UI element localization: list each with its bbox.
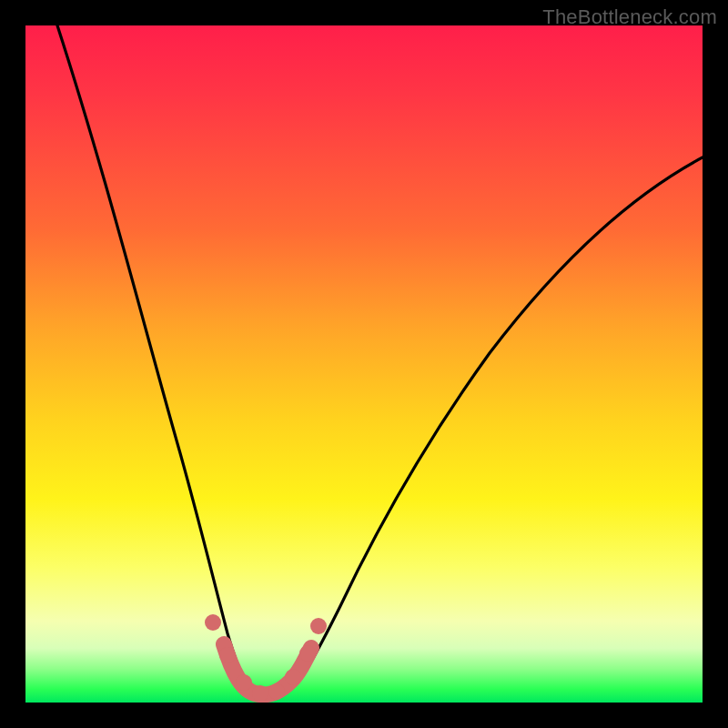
marker-dot xyxy=(285,669,301,685)
curve-path xyxy=(57,25,703,695)
marker-dot xyxy=(299,645,316,662)
plot-area xyxy=(25,25,703,703)
chart-frame: TheBottleneck.com xyxy=(0,0,728,728)
marker-dot xyxy=(236,674,252,691)
marker-dot xyxy=(252,685,268,702)
watermark-text: TheBottleneck.com xyxy=(542,5,717,29)
bottleneck-curve xyxy=(25,25,703,703)
marker-dot xyxy=(310,618,327,634)
highlight-segment xyxy=(224,644,311,694)
marker-dot xyxy=(205,614,221,631)
marker-dot xyxy=(219,647,236,663)
marker-dot xyxy=(268,683,285,700)
